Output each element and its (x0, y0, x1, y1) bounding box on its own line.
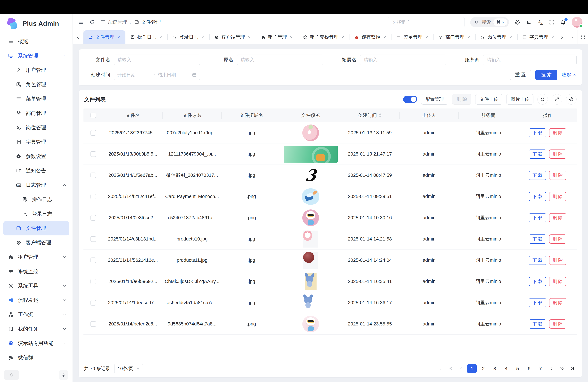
sidebar-item-日志管理[interactable]: DEV日志管理 (0, 178, 73, 192)
table-settings-button[interactable] (566, 94, 577, 105)
sidebar-item-通知公告[interactable]: 通知公告 (0, 164, 73, 178)
language-button[interactable]: 文A (537, 19, 543, 25)
close-icon[interactable] (551, 35, 554, 39)
sidebar-item-演示站专用功能[interactable]: 演示站专用功能 (0, 336, 73, 350)
close-icon[interactable] (425, 35, 429, 39)
close-icon[interactable] (289, 35, 293, 39)
delete-button[interactable]: 删 除 (549, 234, 567, 244)
file-preview-image[interactable] (284, 146, 338, 163)
delete-button[interactable]: 删 除 (549, 128, 567, 137)
sidebar-item-操作日志[interactable]: 操作日志 (0, 192, 73, 207)
sidebar-item-岗位管理[interactable]: 岗位管理 (0, 120, 73, 135)
sidebar-item-我的任务[interactable]: 我的任务 (0, 322, 73, 336)
provider-input[interactable] (483, 55, 577, 65)
close-icon[interactable] (201, 35, 205, 39)
tab-租户管理[interactable]: 租户管理 (256, 30, 298, 44)
table-expand-button[interactable] (552, 94, 562, 105)
page-number-1[interactable]: 1 (467, 364, 477, 373)
date-range-picker[interactable]: 开始日期 结束日期 (114, 70, 200, 80)
config-manage-button[interactable]: 配置管理 (421, 94, 448, 105)
image-upload-button[interactable]: 图片上传 (506, 94, 533, 105)
delete-button[interactable]: 删 除 (549, 277, 567, 286)
pagination-next-button[interactable] (547, 364, 556, 373)
sidebar-item-微信群[interactable]: 微信群 (0, 350, 73, 365)
page-number-5[interactable]: 5 (513, 364, 522, 373)
delete-button[interactable]: 删 除 (549, 319, 567, 329)
sidebar-item-系统工具[interactable]: 系统工具 (0, 278, 73, 293)
download-button[interactable]: 下 载 (529, 277, 546, 286)
close-icon[interactable] (248, 35, 251, 39)
download-button[interactable]: 下 载 (529, 256, 546, 265)
search-panel-toggle[interactable] (403, 96, 417, 103)
row-checkbox[interactable] (90, 257, 96, 263)
tab-缓存监控[interactable]: 缓存监控 (350, 30, 392, 44)
download-button[interactable]: 下 载 (529, 192, 546, 201)
original-name-input[interactable] (237, 55, 323, 65)
search-button[interactable]: 搜 索 (535, 70, 557, 80)
row-checkbox[interactable] (90, 151, 96, 157)
table-refresh-button[interactable] (537, 94, 548, 105)
page-size-select[interactable]: 10条/页 (114, 364, 143, 373)
delete-button[interactable]: 删 除 (549, 171, 567, 180)
download-button[interactable]: 下 载 (529, 171, 546, 180)
download-button[interactable]: 下 载 (529, 213, 546, 222)
sidebar-item-流程发起[interactable]: 流程发起 (0, 293, 73, 307)
file-preview-image[interactable] (302, 188, 319, 205)
tenant-select-input[interactable] (388, 17, 465, 27)
ext-input[interactable] (360, 55, 446, 65)
pagination-first-button[interactable] (436, 364, 444, 373)
tab-岗位管理[interactable]: 岗位管理 (475, 30, 517, 44)
dark-mode-button[interactable] (526, 19, 532, 25)
row-checkbox[interactable] (90, 194, 96, 199)
sidebar-item-部门管理[interactable]: 部门管理 (0, 106, 73, 120)
file-preview-image[interactable] (302, 125, 319, 141)
tab-部门管理[interactable]: 部门管理 (434, 30, 475, 44)
settings-button[interactable] (514, 19, 520, 25)
download-button[interactable]: 下 载 (529, 149, 546, 159)
sidebar-item-系统管理[interactable]: 系统管理 (0, 48, 73, 63)
row-checkbox[interactable] (90, 172, 96, 178)
refresh-page-button[interactable] (89, 20, 95, 25)
close-icon[interactable] (341, 35, 345, 39)
sidebar-pin-button[interactable] (59, 370, 68, 380)
delete-button[interactable]: 删 除 (549, 213, 567, 222)
sort-carets-icon[interactable] (379, 113, 382, 117)
file-preview-image[interactable]: 3 (303, 167, 318, 184)
pagination-fwd5-button[interactable] (558, 364, 566, 373)
sidebar-item-客户端管理[interactable]: 客户端管理 (0, 235, 73, 250)
row-checkbox[interactable] (90, 236, 96, 242)
close-icon[interactable] (467, 35, 471, 39)
tab-文件管理[interactable]: 文件管理 (84, 30, 126, 44)
file-upload-button[interactable]: 文件上传 (475, 94, 503, 105)
page-number-4[interactable]: 4 (502, 364, 511, 373)
tab-客户端管理[interactable]: 客户端管理 (210, 30, 256, 44)
global-search-button[interactable]: 搜索 ⌘ K (470, 17, 509, 27)
notifications-button[interactable] (560, 19, 566, 25)
pagination-last-button[interactable] (568, 364, 577, 373)
delete-button[interactable]: 删 除 (549, 192, 567, 201)
sidebar-item-菜单管理[interactable]: 菜单管理 (0, 92, 73, 106)
sidebar-item-工作流[interactable]: 工作流 (0, 307, 73, 322)
download-button[interactable]: 下 载 (529, 234, 546, 244)
tab-字典管理[interactable]: 字典管理 (517, 30, 557, 44)
row-checkbox[interactable] (90, 300, 96, 306)
sidebar-item-租户管理[interactable]: 租户管理 (0, 250, 73, 264)
close-icon[interactable] (509, 35, 513, 39)
sidebar-item-登录日志[interactable]: 登录日志 (0, 207, 73, 221)
file-preview-image[interactable] (302, 210, 319, 226)
tab-租户套餐管理[interactable]: 租户套餐管理 (298, 30, 350, 44)
sidebar-item-概览[interactable]: 概览 (0, 34, 73, 48)
tabs-scroll-left-button[interactable] (73, 30, 84, 44)
file-name-input[interactable] (114, 55, 200, 65)
tabs-menu-button[interactable] (567, 30, 578, 44)
page-number-2[interactable]: 2 (479, 364, 488, 373)
breadcrumb-current[interactable]: 文件管理 (134, 19, 161, 25)
row-checkbox[interactable] (90, 279, 96, 284)
download-button[interactable]: 下 载 (529, 319, 546, 329)
page-number-7[interactable]: 7 (536, 364, 545, 373)
reset-button[interactable]: 重 置 (510, 70, 531, 80)
file-preview-image[interactable] (305, 273, 316, 290)
batch-delete-button[interactable]: 删 除 (452, 94, 471, 105)
row-checkbox[interactable] (90, 215, 96, 221)
sidebar-item-文件管理[interactable]: 文件管理 (3, 221, 69, 235)
